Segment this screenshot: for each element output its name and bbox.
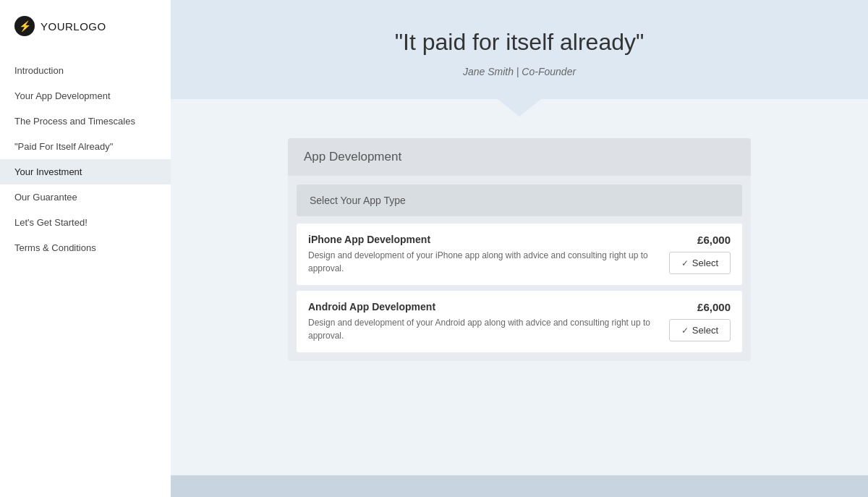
option-price-iphone: £6,000 <box>697 234 731 246</box>
logo-light: LOGO <box>73 20 106 33</box>
sidebar-item-guarantee[interactable]: Our Guarantee <box>0 184 171 210</box>
sidebar-item-process[interactable]: The Process and Timescales <box>0 109 171 134</box>
sidebar: ⚡ YOURLOGO IntroductionYour App Developm… <box>0 0 171 497</box>
sidebar-item-paid-itself[interactable]: "Paid For Itself Already" <box>0 134 171 159</box>
logo-icon: ⚡ <box>14 16 35 36</box>
checkmark-icon-iphone: ✓ <box>681 258 689 268</box>
sidebar-item-terms[interactable]: Terms & Conditions <box>0 235 171 260</box>
option-desc-android: Design and development of your Android a… <box>308 316 655 342</box>
app-type-selector-label: Select Your App Type <box>297 184 742 216</box>
hero-attribution: Jane Smith | Co-Founder <box>463 66 576 77</box>
sidebar-item-investment[interactable]: Your Investment <box>0 159 171 184</box>
section-header: App Development <box>288 138 751 176</box>
option-title-android: Android App Development <box>308 301 655 313</box>
sidebar-item-app-development[interactable]: Your App Development <box>0 83 171 109</box>
option-right-iphone: £6,000 ✓ Select <box>669 234 731 274</box>
sidebar-item-introduction[interactable]: Introduction <box>0 58 171 83</box>
section-body: Select Your App Type iPhone App Developm… <box>288 176 751 361</box>
option-right-android: £6,000 ✓ Select <box>669 301 731 341</box>
logo-text: YOURLOGO <box>41 20 106 33</box>
content-area: App Development Select Your App Type iPh… <box>171 116 868 390</box>
option-row-android: Android App Development Design and devel… <box>297 291 742 352</box>
option-info-android: Android App Development Design and devel… <box>308 301 669 342</box>
bolt-icon: ⚡ <box>19 21 31 31</box>
checkmark-icon-android: ✓ <box>681 326 689 336</box>
hero-section: "It paid for itself already" Jane Smith … <box>171 0 868 99</box>
select-label-iphone: Select <box>692 258 718 268</box>
option-title-iphone: iPhone App Development <box>308 234 655 245</box>
select-label-android: Select <box>692 325 718 336</box>
options-container: iPhone App Development Design and develo… <box>297 224 742 352</box>
hero-quote: "It paid for itself already" <box>395 29 644 56</box>
app-development-card: App Development Select Your App Type iPh… <box>288 138 751 361</box>
option-info-iphone: iPhone App Development Design and develo… <box>308 234 669 275</box>
hero-arrow <box>498 99 541 116</box>
option-desc-iphone: Design and development of your iPhone ap… <box>308 249 655 275</box>
option-price-android: £6,000 <box>697 301 731 313</box>
sidebar-item-get-started[interactable]: Let's Get Started! <box>0 210 171 235</box>
bottom-bar <box>171 475 868 497</box>
main-content: "It paid for itself already" Jane Smith … <box>171 0 868 497</box>
option-row-iphone: iPhone App Development Design and develo… <box>297 224 742 285</box>
select-button-iphone[interactable]: ✓ Select <box>669 252 731 274</box>
logo-bold: YOUR <box>41 20 73 33</box>
logo-area: ⚡ YOURLOGO <box>0 0 171 51</box>
sidebar-nav: IntroductionYour App DevelopmentThe Proc… <box>0 51 171 497</box>
select-button-android[interactable]: ✓ Select <box>669 319 731 341</box>
